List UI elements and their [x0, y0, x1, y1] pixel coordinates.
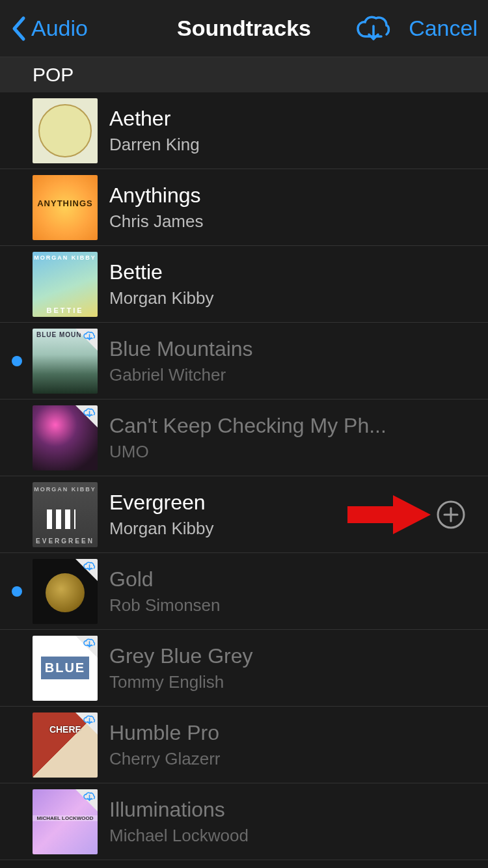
track-artist: UMO [109, 442, 488, 462]
track-artist: Michael Lockwood [109, 826, 488, 846]
track-row[interactable]: Aether Darren King [0, 92, 488, 169]
album-art: BLUE MOUN [33, 329, 98, 394]
new-indicator [12, 279, 22, 290]
album-art: MICHAEL LOCKWOOD [33, 789, 98, 854]
new-indicator [12, 740, 22, 750]
album-art [33, 405, 98, 470]
album-art: MORGAN KIBBYBETTIE [33, 252, 98, 317]
track-meta: Evergreen Morgan Kibby [98, 491, 436, 539]
track-row[interactable]: Grey Blue Grey Tommy English [0, 630, 488, 707]
track-row[interactable]: CHERF Humble Pro Cherry Glazerr [0, 707, 488, 783]
track-row[interactable]: Can't Keep Checking My Ph... UMO [0, 400, 488, 476]
track-title: Humble Pro [109, 721, 488, 745]
track-row[interactable]: MICHAEL LOCKWOOD Illuminations Michael L… [0, 783, 488, 860]
chevron-left-icon [10, 16, 26, 42]
track-title: Aether [109, 107, 488, 131]
track-artist: Chris James [109, 211, 488, 232]
add-button[interactable] [436, 500, 466, 530]
new-indicator [12, 202, 22, 213]
track-artist: Tommy English [109, 672, 488, 692]
new-indicator [12, 663, 22, 673]
track-meta: Humble Pro Cherry Glazerr [98, 721, 488, 769]
album-art [33, 636, 98, 701]
track-title: Bettie [109, 260, 488, 284]
cancel-button[interactable]: Cancel [409, 16, 478, 41]
track-title: Evergreen [109, 491, 436, 515]
track-row[interactable]: MORGAN KIBBYBETTIE Bettie Morgan Kibby [0, 246, 488, 323]
track-row[interactable]: BLUE MOUN Blue Mountains Gabriel Witcher [0, 323, 488, 400]
track-artist: Gabriel Witcher [109, 365, 488, 385]
album-art: CHERF [33, 712, 98, 778]
track-meta: Anythings Chris James [98, 183, 488, 232]
cloud-download-icon [354, 14, 390, 43]
new-indicator [12, 126, 22, 136]
album-art [33, 559, 98, 624]
new-indicator [12, 433, 22, 443]
track-meta: Grey Blue Grey Tommy English [98, 644, 488, 692]
album-art: ANYTHINGS [33, 175, 98, 240]
track-row[interactable]: Gold Rob Simonsen [0, 553, 488, 630]
track-artist: Darren King [109, 135, 488, 155]
track-row[interactable]: MORGAN KIBBYEVERGREEN Evergreen Morgan K… [0, 476, 488, 553]
back-label: Audio [31, 16, 88, 41]
track-meta: Bettie Morgan Kibby [98, 260, 488, 308]
track-meta: Illuminations Michael Lockwood [98, 798, 488, 846]
track-artist: Cherry Glazerr [109, 749, 488, 769]
section-header: POP [0, 57, 488, 92]
track-meta: Aether Darren King [98, 107, 488, 155]
track-title: Grey Blue Grey [109, 644, 488, 668]
download-all-button[interactable] [354, 14, 390, 43]
nav-header: Audio Soundtracks Cancel [0, 0, 488, 57]
track-artist: Morgan Kibby [109, 519, 436, 539]
track-artist: Rob Simonsen [109, 595, 488, 616]
back-button[interactable]: Audio [10, 16, 88, 42]
new-indicator [12, 817, 22, 827]
track-artist: Morgan Kibby [109, 288, 488, 308]
track-title: Blue Mountains [109, 337, 488, 361]
track-meta: Can't Keep Checking My Ph... UMO [98, 414, 488, 462]
new-indicator [12, 509, 22, 520]
track-list: Aether Darren King ANYTHINGS Anythings C… [0, 92, 488, 860]
new-indicator [12, 586, 22, 597]
track-meta: Gold Rob Simonsen [98, 567, 488, 616]
track-title: Gold [109, 567, 488, 591]
track-title: Illuminations [109, 798, 488, 822]
track-row[interactable]: ANYTHINGS Anythings Chris James [0, 169, 488, 246]
album-art: MORGAN KIBBYEVERGREEN [33, 482, 98, 547]
track-meta: Blue Mountains Gabriel Witcher [98, 337, 488, 385]
track-title: Can't Keep Checking My Ph... [109, 414, 488, 438]
track-title: Anythings [109, 183, 488, 208]
album-art [33, 98, 98, 163]
new-indicator [12, 356, 22, 366]
